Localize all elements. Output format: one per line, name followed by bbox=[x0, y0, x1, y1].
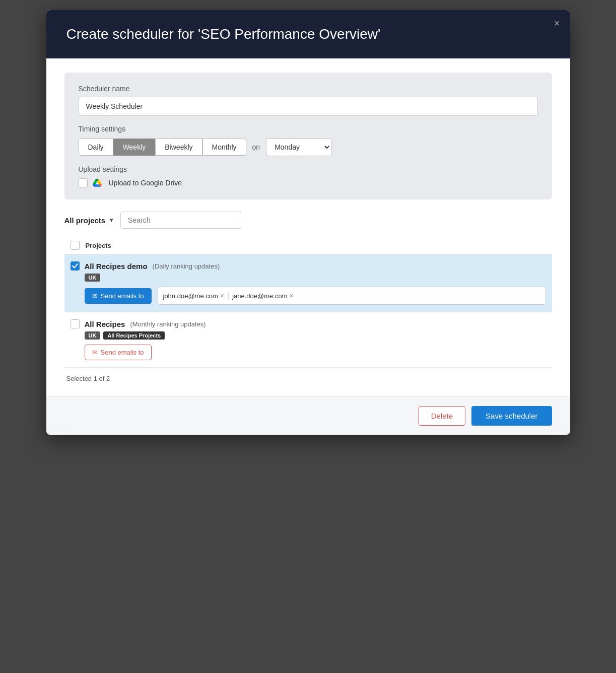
modal-footer: Delete Save scheduler bbox=[46, 396, 570, 435]
tag-uk: UK bbox=[85, 331, 101, 340]
table-row: All Recipes (Monthly ranking updates) UK… bbox=[64, 312, 552, 368]
email-chip: john.doe@me.com × bbox=[163, 292, 225, 300]
email-value: john.doe@me.com bbox=[163, 292, 218, 300]
tags-row: UK All Recipes Projects bbox=[85, 331, 546, 340]
all-projects-button[interactable]: All projects ▼ bbox=[64, 216, 115, 225]
email-row: ✉ Send emails to john.doe@me.com × | jan… bbox=[85, 287, 546, 305]
project-checkbox-all-recipes[interactable] bbox=[71, 319, 80, 328]
timing-daily[interactable]: Daily bbox=[79, 139, 113, 156]
send-emails-label: Send emails to bbox=[101, 349, 144, 356]
project-row-top: All Recipes demo (Daily ranking updates) bbox=[71, 261, 546, 271]
email-value: jane.doe@me.com bbox=[232, 292, 287, 300]
project-freq: (Daily ranking updates) bbox=[153, 262, 220, 270]
timing-weekly[interactable]: Weekly bbox=[113, 139, 156, 156]
table-row: All Recipes demo (Daily ranking updates)… bbox=[64, 254, 552, 312]
send-emails-button[interactable]: ✉ Send emails to bbox=[85, 288, 152, 304]
chip-separator: | bbox=[227, 291, 229, 300]
settings-box: Scheduler name Timing settings Daily Wee… bbox=[64, 73, 552, 199]
upload-row: Upload to Google Drive bbox=[79, 178, 538, 187]
envelope-icon: ✉ bbox=[92, 349, 98, 356]
timing-monthly[interactable]: Monthly bbox=[202, 139, 246, 156]
email-row: ✉ Send emails to bbox=[85, 345, 546, 360]
email-chips: john.doe@me.com × | jane.doe@me.com × bbox=[158, 287, 546, 305]
send-emails-label: Send emails to bbox=[101, 292, 144, 300]
project-row-top: All Recipes (Monthly ranking updates) bbox=[71, 319, 546, 328]
projects-table: Projects All Recipes demo (Daily ranking… bbox=[64, 237, 552, 368]
select-all-checkbox[interactable] bbox=[71, 241, 80, 250]
upload-label: Upload settings bbox=[79, 165, 538, 173]
email-chip: jane.doe@me.com × bbox=[232, 292, 294, 300]
project-freq: (Monthly ranking updates) bbox=[130, 320, 206, 328]
google-drive-checkbox[interactable] bbox=[79, 178, 88, 187]
timing-label: Timing settings bbox=[79, 125, 538, 133]
modal-body: Scheduler name Timing settings Daily Wee… bbox=[46, 58, 570, 396]
google-drive-icon bbox=[93, 178, 102, 187]
project-name: All Recipes bbox=[85, 320, 125, 328]
filter-row: All projects ▼ bbox=[64, 212, 552, 229]
scheduler-name-input[interactable] bbox=[79, 97, 538, 116]
tags-row: UK bbox=[85, 274, 546, 282]
project-checkbox-all-recipes-demo[interactable] bbox=[71, 261, 80, 271]
all-projects-label: All projects bbox=[64, 216, 106, 225]
delete-button[interactable]: Delete bbox=[419, 406, 465, 426]
scheduler-name-label: Scheduler name bbox=[79, 85, 538, 93]
selected-count: Selected 1 of 2 bbox=[64, 368, 552, 382]
remove-email-button[interactable]: × bbox=[289, 292, 293, 299]
chevron-down-icon: ▼ bbox=[108, 217, 114, 224]
search-input[interactable] bbox=[120, 212, 241, 229]
modal-title: Create scheduler for 'SEO Performance Ov… bbox=[66, 26, 550, 42]
tag-uk: UK bbox=[85, 274, 101, 282]
day-select[interactable]: Monday Tuesday Wednesday Thursday Friday… bbox=[266, 138, 331, 156]
tag-all-recipes-projects: All Recipes Projects bbox=[103, 331, 165, 340]
save-scheduler-button[interactable]: Save scheduler bbox=[471, 406, 552, 426]
remove-email-button[interactable]: × bbox=[220, 292, 224, 299]
timing-buttons: Daily Weekly Biweekly Monthly on Monday … bbox=[79, 138, 538, 156]
upload-option-label: Upload to Google Drive bbox=[109, 179, 182, 187]
envelope-icon: ✉ bbox=[92, 292, 98, 300]
table-header-row: Projects bbox=[64, 237, 552, 254]
close-button[interactable]: × bbox=[554, 18, 560, 28]
send-emails-button-outline[interactable]: ✉ Send emails to bbox=[85, 345, 152, 360]
modal-header: Create scheduler for 'SEO Performance Ov… bbox=[46, 10, 570, 58]
scheduler-modal: Create scheduler for 'SEO Performance Ov… bbox=[46, 10, 570, 435]
project-name: All Recipes demo bbox=[85, 262, 148, 271]
projects-column-header: Projects bbox=[86, 242, 111, 249]
timing-biweekly[interactable]: Biweekly bbox=[155, 139, 202, 156]
on-label: on bbox=[252, 143, 260, 151]
